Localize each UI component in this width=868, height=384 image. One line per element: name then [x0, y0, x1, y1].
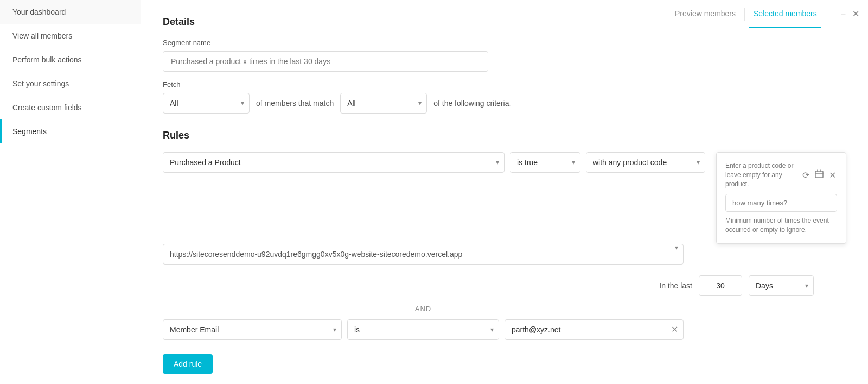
fetch-row: All ▾ of members that match All ▾ of the…: [163, 93, 846, 114]
sidebar-item-bulk-actions[interactable]: Perform bulk actions: [0, 48, 141, 72]
segment-name-label: Segment name: [163, 39, 846, 47]
fetch-select-wrapper: All ▾: [163, 93, 250, 114]
and-divider: AND: [163, 305, 684, 313]
popup-icons: ⟳ ✕: [801, 168, 837, 181]
history-icon-button[interactable]: ⟳: [801, 169, 810, 181]
match-select-wrapper: All ▾: [340, 93, 427, 114]
rule1-value-wrapper: with any product code ▾: [586, 152, 705, 173]
tab-preview-members[interactable]: Preview members: [671, 1, 740, 28]
sidebar-item-segments[interactable]: Segments: [0, 119, 141, 143]
url-row: https://sitecoresenddemo-u92uvdq1re6gmgg…: [163, 244, 684, 265]
popup-close-button[interactable]: ✕: [828, 169, 837, 181]
rule2-condition-wrapper: is is not contains ▾: [347, 319, 499, 340]
in-last-label: In the last: [659, 281, 692, 290]
popup-footer-description: Minimum number of times the event occurr…: [725, 216, 837, 235]
sidebar-item-custom-fields[interactable]: Create custom fields: [0, 96, 141, 119]
fetch-select[interactable]: All: [163, 93, 250, 114]
rule2-condition-select[interactable]: is is not contains: [347, 319, 499, 340]
fetch-label: Fetch: [163, 80, 846, 89]
rule1-condition-wrapper: is true ▾: [510, 152, 580, 173]
calendar-icon-button[interactable]: [814, 168, 825, 181]
rule2-row: Member Email ▾ is is not contains ▾ ✕: [163, 319, 684, 340]
rule2-field-select[interactable]: Member Email: [163, 319, 342, 340]
sidebar-item-settings[interactable]: Set your settings: [0, 72, 141, 96]
rule2-value-input[interactable]: [505, 319, 684, 340]
top-tab-bar: Preview members Selected members − ✕: [662, 0, 868, 28]
minimize-button[interactable]: −: [841, 9, 846, 19]
tab-divider: [744, 8, 745, 21]
rule2-field-wrapper: Member Email ▾: [163, 319, 342, 340]
rule1-field-wrapper: Purchased a Product ▾: [163, 152, 505, 173]
tab-action-buttons: − ✕: [841, 9, 859, 19]
close-tab-button[interactable]: ✕: [852, 9, 859, 19]
rules-title: Rules: [163, 130, 846, 141]
product-code-popup: Enter a product code or leave empty for …: [716, 152, 846, 244]
popup-header: Enter a product code or leave empty for …: [725, 161, 837, 188]
rules-section: Rules Purchased a Product ▾ is true: [163, 130, 846, 374]
rule1-field-select[interactable]: Purchased a Product: [163, 152, 505, 173]
tab-selected-members[interactable]: Selected members: [749, 1, 821, 28]
rule2-clear-button[interactable]: ✕: [671, 324, 678, 335]
sidebar-item-dashboard[interactable]: Your dashboard: [0, 0, 141, 24]
url-select[interactable]: https://sitecoresenddemo-u92uvdq1re6gmgg…: [163, 244, 684, 265]
svg-rect-0: [815, 171, 823, 178]
url-select-wrapper: https://sitecoresenddemo-u92uvdq1re6gmgg…: [163, 244, 684, 265]
rule1-value-select[interactable]: with any product code: [586, 152, 705, 173]
main-content: Details Segment name Fetch All ▾ of memb…: [141, 0, 868, 384]
in-last-row: In the last Days Weeks Months ▾: [163, 275, 846, 296]
rule1-row: Purchased a Product ▾ is true ▾: [163, 152, 846, 244]
rule1-condition-select[interactable]: is true: [510, 152, 580, 173]
criteria-label: of the following criteria.: [433, 99, 511, 108]
segment-name-input[interactable]: [163, 51, 488, 72]
product-code-input[interactable]: [725, 194, 837, 212]
match-select[interactable]: All: [340, 93, 427, 114]
sidebar-item-view-members[interactable]: View all members: [0, 24, 141, 48]
add-rule-button[interactable]: Add rule: [163, 354, 213, 374]
period-select-wrapper: Days Weeks Months ▾: [749, 275, 814, 296]
rule2-value-wrapper: ✕: [505, 319, 684, 340]
period-select[interactable]: Days Weeks Months: [749, 275, 814, 296]
details-section: Details Segment name Fetch All ▾ of memb…: [163, 16, 846, 114]
sidebar: Your dashboard View all members Perform …: [0, 0, 141, 384]
popup-description: Enter a product code or leave empty for …: [725, 161, 797, 188]
match-label: of members that match: [256, 99, 334, 108]
in-last-number-input[interactable]: [699, 275, 742, 296]
